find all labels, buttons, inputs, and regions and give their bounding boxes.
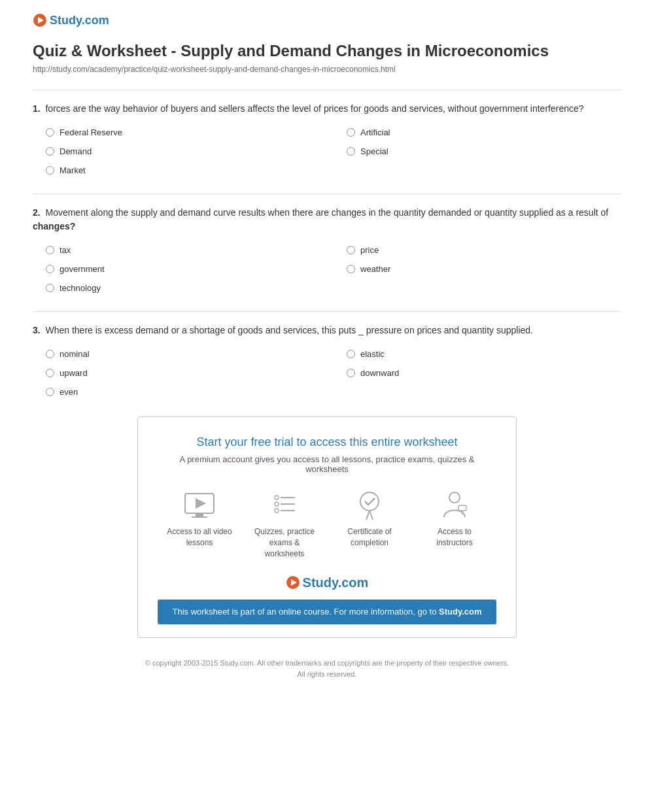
study-logo-icon bbox=[33, 13, 47, 27]
logo-text: Study.com bbox=[50, 14, 109, 27]
option-market[interactable]: Market bbox=[46, 165, 320, 175]
radio-upward[interactable] bbox=[46, 369, 54, 377]
radio-price[interactable] bbox=[347, 246, 355, 254]
premium-title: Start your free trial to access this ent… bbox=[158, 435, 496, 449]
question-1-text: 1. forces are the way behavior of buyers… bbox=[33, 102, 621, 116]
radio-technology[interactable] bbox=[46, 284, 54, 292]
list-icon bbox=[269, 490, 300, 521]
person-icon bbox=[439, 490, 470, 521]
svg-point-6 bbox=[275, 496, 279, 499]
premium-logo-text: Study.com bbox=[303, 575, 369, 590]
premium-subtitle: A premium account gives you access to al… bbox=[158, 454, 496, 474]
feature-instructors-label: Access to instructors bbox=[422, 526, 487, 549]
premium-banner-text: This worksheet is part of an online cour… bbox=[172, 607, 439, 617]
divider-q1-q2 bbox=[33, 194, 621, 194]
divider-top bbox=[33, 90, 621, 90]
premium-logo-icon bbox=[286, 575, 300, 590]
svg-point-12 bbox=[360, 492, 379, 511]
svg-rect-3 bbox=[196, 513, 203, 516]
premium-logo-area: Study.com bbox=[158, 575, 496, 590]
radio-artificial[interactable] bbox=[347, 128, 355, 137]
svg-point-15 bbox=[449, 492, 460, 503]
option-elastic[interactable]: elastic bbox=[347, 349, 621, 359]
feature-certificate: Certificate of completion bbox=[337, 490, 402, 559]
option-demand[interactable]: Demand bbox=[46, 146, 320, 156]
feature-cert-label: Certificate of completion bbox=[337, 526, 402, 549]
logo-area: Study.com bbox=[33, 13, 621, 27]
option-price[interactable]: price bbox=[347, 245, 621, 255]
option-artificial[interactable]: Artificial bbox=[347, 127, 621, 137]
option-tax[interactable]: tax bbox=[46, 245, 320, 255]
option-government[interactable]: government bbox=[46, 264, 320, 274]
question-3: 3. When there is excess demand or a shor… bbox=[33, 324, 621, 397]
option-downward[interactable]: downward bbox=[347, 368, 621, 378]
option-nominal[interactable]: nominal bbox=[46, 349, 320, 359]
option-even[interactable]: even bbox=[46, 387, 320, 397]
svg-rect-16 bbox=[458, 505, 466, 511]
feature-video-lessons: Access to all video lessons bbox=[167, 490, 232, 559]
feature-video-label: Access to all video lessons bbox=[167, 526, 232, 549]
divider-q2-q3 bbox=[33, 311, 621, 312]
feature-quizzes: Quizzes, practice exams & worksheets bbox=[252, 490, 317, 559]
radio-government[interactable] bbox=[46, 265, 54, 273]
radio-weather[interactable] bbox=[347, 265, 355, 273]
footer-line2: All rights reserved. bbox=[33, 669, 621, 681]
page-title: Quiz & Worksheet - Supply and Demand Cha… bbox=[33, 41, 621, 61]
page-url: http://study.com/academy/practice/quiz-w… bbox=[33, 65, 621, 74]
cert-icon bbox=[354, 490, 385, 521]
radio-demand[interactable] bbox=[46, 147, 54, 156]
monitor-icon bbox=[184, 490, 215, 521]
premium-box: Start your free trial to access this ent… bbox=[137, 416, 517, 638]
svg-line-14 bbox=[370, 511, 373, 520]
question-1: 1. forces are the way behavior of buyers… bbox=[33, 102, 621, 175]
svg-point-8 bbox=[275, 509, 279, 513]
question-2-text: 2. Movement along the supply and demand … bbox=[33, 206, 621, 233]
svg-point-7 bbox=[275, 502, 279, 506]
footer: © copyright 2003-2015 Study.com. All oth… bbox=[33, 658, 621, 681]
question-2: 2. Movement along the supply and demand … bbox=[33, 206, 621, 293]
feature-instructors: Access to instructors bbox=[422, 490, 487, 559]
option-technology[interactable]: technology bbox=[46, 283, 320, 293]
svg-line-13 bbox=[366, 511, 370, 520]
radio-market[interactable] bbox=[46, 166, 54, 175]
question-3-options: nominal elastic upward downward even bbox=[33, 349, 621, 397]
option-special[interactable]: Special bbox=[347, 146, 621, 156]
premium-features: Access to all video lessons Quizzes, pra… bbox=[158, 490, 496, 559]
svg-rect-4 bbox=[192, 516, 207, 518]
option-federal-reserve[interactable]: Federal Reserve bbox=[46, 127, 320, 137]
question-1-options: Federal Reserve Artificial Demand Specia… bbox=[33, 127, 621, 175]
question-3-text: 3. When there is excess demand or a shor… bbox=[33, 324, 621, 337]
premium-banner-link[interactable]: Study.com bbox=[439, 607, 482, 617]
radio-federal-reserve[interactable] bbox=[46, 128, 54, 137]
radio-downward[interactable] bbox=[347, 369, 355, 377]
footer-line1: © copyright 2003-2015 Study.com. All oth… bbox=[33, 658, 621, 669]
premium-banner: This worksheet is part of an online cour… bbox=[158, 600, 496, 624]
radio-tax[interactable] bbox=[46, 246, 54, 254]
question-2-options: tax price government weather technology bbox=[33, 245, 621, 293]
radio-special[interactable] bbox=[347, 147, 355, 156]
option-weather[interactable]: weather bbox=[347, 264, 621, 274]
radio-nominal[interactable] bbox=[46, 350, 54, 358]
option-upward[interactable]: upward bbox=[46, 368, 320, 378]
radio-elastic[interactable] bbox=[347, 350, 355, 358]
svg-marker-5 bbox=[196, 498, 206, 509]
radio-even[interactable] bbox=[46, 388, 54, 396]
feature-quizzes-label: Quizzes, practice exams & worksheets bbox=[252, 526, 317, 559]
